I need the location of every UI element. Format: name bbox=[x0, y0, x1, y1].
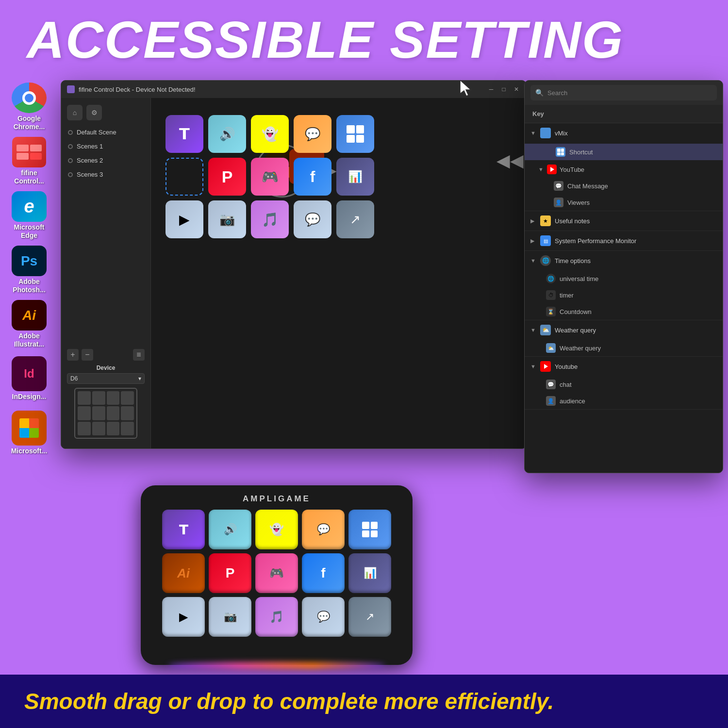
chevron-right-icon: ▶ bbox=[530, 218, 536, 224]
key-skype[interactable]: 💬 bbox=[294, 200, 331, 238]
shortcut-item[interactable]: Shortcut bbox=[525, 144, 723, 160]
timer-label: timer bbox=[560, 292, 574, 299]
home-button[interactable]: ⌂ bbox=[67, 105, 83, 120]
device-key-audio[interactable]: 📊 bbox=[348, 553, 391, 593]
window-center: Ai Ai ▶ ◀◀ 𝗧 🔊 👻 bbox=[151, 98, 526, 448]
window-toolbar: ⌂ ⚙ bbox=[61, 103, 150, 125]
scene-label: Scenes 3 bbox=[77, 171, 103, 178]
device-key-facebook[interactable]: f bbox=[302, 553, 345, 593]
key-instagram[interactable]: 📷 bbox=[208, 200, 246, 238]
tree-header-time[interactable]: ▼ 🌐 Time options bbox=[525, 251, 723, 270]
app-icon-indesign[interactable]: Id InDesign... bbox=[5, 354, 53, 403]
device-brand: AMPLIGAME bbox=[243, 494, 311, 504]
scene-label: Default Scene bbox=[77, 129, 116, 136]
key-facebook[interactable]: f bbox=[294, 158, 331, 196]
weather-label: Weather query bbox=[555, 327, 717, 334]
chat-item[interactable]: 💬 chat bbox=[525, 376, 723, 393]
app-icon-photoshop[interactable]: Ps AdobePhotosh... bbox=[5, 246, 53, 294]
panel-tree[interactable]: ▼ vMix bbox=[525, 123, 723, 473]
shortcut-icon bbox=[556, 147, 565, 157]
scene-2[interactable]: Scenes 2 bbox=[61, 153, 150, 167]
audience-item[interactable]: 👤 audience bbox=[525, 393, 723, 409]
key-gamepad[interactable]: 🎮 bbox=[251, 158, 289, 196]
device-key-pinterest[interactable]: P bbox=[209, 553, 251, 593]
chevron-down-icon: ▼ bbox=[530, 130, 536, 136]
scene-1[interactable]: Scenes 1 bbox=[61, 139, 150, 153]
device-key-twitch[interactable]: 𝗧 bbox=[162, 510, 205, 549]
app-icon-illustrator[interactable]: Ai AdobeIllustrat... bbox=[5, 300, 53, 348]
key-empty[interactable] bbox=[165, 158, 203, 196]
device-select[interactable]: D6 ▾ bbox=[67, 373, 145, 384]
device-key-snap[interactable]: 👻 bbox=[255, 510, 298, 549]
audience-icon: 👤 bbox=[546, 396, 556, 406]
device-key-music[interactable]: 🎵 bbox=[255, 597, 298, 637]
mouse-cursor bbox=[460, 80, 475, 97]
tree-header-youtube-bottom[interactable]: ▼ Youtube bbox=[525, 357, 723, 376]
key-pinterest[interactable]: P bbox=[208, 158, 246, 196]
main-window: fifine Control Deck - Device Not Detecte… bbox=[61, 80, 527, 449]
chevron-down-icon: ▼ bbox=[530, 258, 536, 264]
tree-header-useful-notes[interactable]: ▶ ★ Useful notes bbox=[525, 211, 723, 231]
app-icon-chrome[interactable]: GoogleChrome... bbox=[5, 83, 53, 131]
youtube-section[interactable]: ▼ YouTube bbox=[525, 161, 723, 178]
app-icon-edge[interactable]: e MicrosoftEdge bbox=[5, 191, 53, 240]
app-icon-fifine[interactable]: fifineControl... bbox=[5, 137, 53, 185]
weather-query-icon: ⛅ bbox=[546, 343, 556, 353]
tree-header-weather[interactable]: ▼ ⛅ Weather query bbox=[525, 320, 723, 340]
maximize-button[interactable]: □ bbox=[500, 85, 508, 93]
scene-3[interactable]: Scenes 3 bbox=[61, 167, 150, 182]
device-key-vmix[interactable] bbox=[348, 510, 391, 549]
tree-header-vmix[interactable]: ▼ vMix bbox=[525, 123, 723, 143]
key-twitch[interactable]: 𝗧 bbox=[165, 115, 203, 153]
device-key-youtube[interactable]: ▶ bbox=[162, 597, 205, 637]
key-music[interactable]: 🎵 bbox=[251, 200, 289, 238]
menu-button[interactable]: ≡ bbox=[133, 349, 145, 361]
sysmon-label: System Performance Monitor bbox=[555, 237, 717, 245]
countdown-label: Countdown bbox=[560, 308, 592, 315]
device-key-share[interactable]: ↗ bbox=[348, 597, 391, 637]
device-key-gamepad[interactable]: 🎮 bbox=[255, 553, 298, 593]
device-key-ai[interactable]: Ai bbox=[162, 553, 205, 593]
remove-button[interactable]: − bbox=[82, 349, 93, 361]
tree-header-sysmon[interactable]: ▶ ▤ System Performance Monitor bbox=[525, 231, 723, 250]
search-placeholder: Search bbox=[547, 89, 567, 97]
weather-query-item[interactable]: ⛅ Weather query bbox=[525, 340, 723, 356]
tree-section-time: ▼ 🌐 Time options 🌐 universal time ⏱ time… bbox=[525, 251, 723, 320]
youtube-bottom-icon bbox=[540, 361, 551, 372]
scene-default[interactable]: Default Scene bbox=[61, 125, 150, 139]
chevron-down-icon: ▼ bbox=[538, 166, 544, 172]
app-icon-office[interactable]: Microsoft... bbox=[5, 409, 53, 457]
key-snap[interactable]: 👻 bbox=[251, 115, 289, 153]
search-box[interactable]: 🔍 Search bbox=[530, 85, 717, 100]
chat-icon: 💬 bbox=[554, 181, 563, 191]
countdown-item[interactable]: ⌛ Countdown bbox=[525, 303, 723, 320]
ai-text: Ai bbox=[177, 566, 190, 581]
device-key-sound[interactable]: 🔊 bbox=[209, 510, 251, 549]
add-button[interactable]: + bbox=[67, 349, 79, 361]
youtube-label: YouTube bbox=[560, 166, 584, 173]
device-keys-grid: 𝗧 🔊 👻 💬 Ai bbox=[162, 510, 391, 637]
scene-dot bbox=[68, 144, 73, 149]
key-cell bbox=[92, 422, 105, 435]
bottom-bar: Smooth drag or drop to complete more eff… bbox=[0, 675, 728, 728]
key-share[interactable]: ↗ bbox=[336, 200, 374, 238]
key-vmix[interactable] bbox=[336, 115, 374, 153]
key-sound[interactable]: 🔊 bbox=[208, 115, 246, 153]
device-key-skype[interactable]: 💬 bbox=[302, 597, 345, 637]
device-key-instagram[interactable]: 📷 bbox=[209, 597, 251, 637]
key-youtube[interactable]: ▶ bbox=[165, 200, 203, 238]
app-label-fifine: fifineControl... bbox=[14, 169, 44, 185]
window-controls[interactable]: ─ □ ✕ bbox=[487, 85, 520, 93]
close-button[interactable]: ✕ bbox=[513, 85, 520, 93]
key-cell bbox=[121, 391, 134, 405]
chat-message-item[interactable]: 💬 Chat Message bbox=[525, 178, 723, 194]
key-chat[interactable]: 💬 bbox=[294, 115, 331, 153]
minimize-button[interactable]: ─ bbox=[487, 85, 495, 93]
viewers-item[interactable]: 👤 Viewers bbox=[525, 194, 723, 211]
device-key-chat[interactable]: 💬 bbox=[302, 510, 345, 549]
key-audio[interactable]: 📊 bbox=[336, 158, 374, 196]
universal-time-item[interactable]: 🌐 universal time bbox=[525, 270, 723, 287]
right-panel-header: 🔍 Search bbox=[525, 81, 723, 105]
settings-button[interactable]: ⚙ bbox=[86, 105, 102, 120]
timer-item[interactable]: ⏱ timer bbox=[525, 287, 723, 303]
